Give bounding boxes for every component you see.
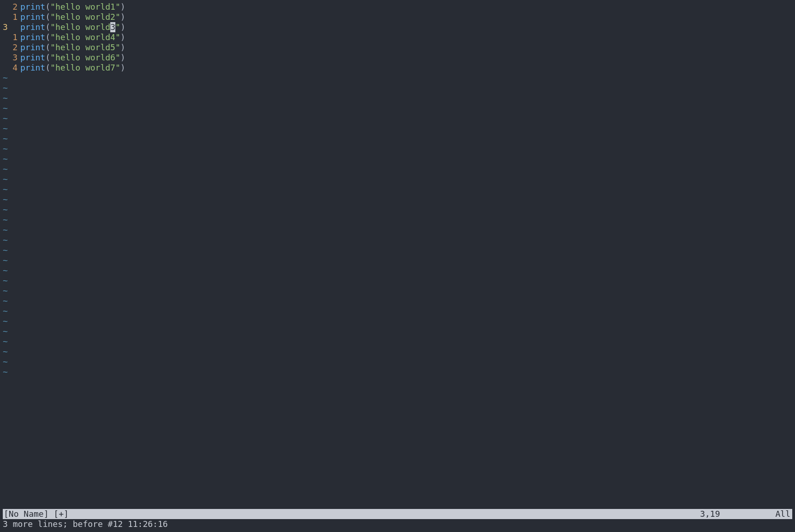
line-number: 3 — [0, 22, 20, 32]
code-text[interactable]: print("hello world4") — [20, 32, 795, 42]
empty-line-tilde: ~ — [0, 124, 795, 134]
line-number: 4 — [0, 63, 20, 73]
tilde-icon: ~ — [0, 113, 20, 124]
empty-line-tilde: ~ — [0, 164, 795, 174]
empty-line-tilde: ~ — [0, 134, 795, 144]
token-paren: ) — [120, 42, 126, 52]
command-line[interactable]: 3 more lines; before #12 11:26:16 — [3, 519, 792, 529]
tilde-icon: ~ — [0, 154, 20, 164]
line-number: 2 — [0, 42, 20, 53]
tilde-icon: ~ — [0, 134, 20, 144]
token-string-quote: " — [115, 12, 120, 22]
empty-line-tilde: ~ — [0, 144, 795, 154]
token-string-quote: " — [50, 53, 55, 62]
code-text[interactable]: print("hello world7") — [20, 63, 795, 73]
token-string-quote: " — [50, 2, 55, 12]
token-paren: ( — [45, 32, 50, 42]
tilde-icon: ~ — [0, 266, 20, 276]
empty-line-tilde: ~ — [0, 195, 795, 205]
tilde-icon: ~ — [0, 174, 20, 184]
empty-line-tilde: ~ — [0, 245, 795, 255]
token-string-quote: " — [115, 63, 120, 72]
empty-line-tilde: ~ — [0, 103, 795, 113]
token-func: print — [20, 42, 45, 52]
token-paren: ( — [45, 53, 50, 62]
tilde-icon: ~ — [0, 93, 20, 103]
tilde-icon: ~ — [0, 276, 20, 286]
token-string-quote: " — [115, 32, 120, 42]
empty-line-tilde: ~ — [0, 215, 795, 225]
editor-line[interactable]: 2print("hello world1") — [0, 2, 795, 12]
token-paren: ) — [120, 22, 126, 32]
tilde-icon: ~ — [0, 205, 20, 215]
tilde-icon: ~ — [0, 286, 20, 296]
tilde-icon: ~ — [0, 144, 20, 154]
editor-line[interactable]: 3print("hello world6") — [0, 53, 795, 63]
empty-line-tilde: ~ — [0, 276, 795, 286]
empty-line-tilde: ~ — [0, 73, 795, 83]
tilde-icon: ~ — [0, 164, 20, 174]
token-paren: ) — [120, 53, 126, 62]
token-string: hello world1 — [55, 2, 115, 12]
empty-line-tilde: ~ — [0, 337, 795, 347]
tilde-icon: ~ — [0, 255, 20, 266]
empty-line-tilde: ~ — [0, 225, 795, 235]
token-paren: ) — [120, 12, 126, 22]
tilde-icon: ~ — [0, 326, 20, 337]
editor-line[interactable]: 2print("hello world5") — [0, 42, 795, 53]
token-string: hello world2 — [55, 12, 115, 22]
status-bar: [No Name] [+] 3,19 All — [3, 509, 792, 519]
tilde-icon: ~ — [0, 124, 20, 134]
token-func: print — [20, 63, 45, 72]
empty-line-tilde: ~ — [0, 266, 795, 276]
empty-line-tilde: ~ — [0, 174, 795, 184]
empty-line-tilde: ~ — [0, 306, 795, 316]
empty-line-tilde: ~ — [0, 83, 795, 93]
token-string: hello world — [55, 22, 110, 32]
empty-line-tilde: ~ — [0, 154, 795, 164]
tilde-icon: ~ — [0, 103, 20, 113]
tilde-icon: ~ — [0, 245, 20, 255]
empty-line-tilde: ~ — [0, 184, 795, 195]
empty-line-tilde: ~ — [0, 357, 795, 367]
editor-buffer[interactable]: 2print("hello world1")1print("hello worl… — [0, 0, 795, 377]
tilde-icon: ~ — [0, 306, 20, 316]
line-number: 3 — [0, 53, 20, 63]
editor-line[interactable]: 1print("hello world4") — [0, 32, 795, 42]
code-text[interactable]: print("hello world1") — [20, 2, 795, 12]
empty-line-tilde: ~ — [0, 347, 795, 357]
token-func: print — [20, 22, 45, 32]
tilde-icon: ~ — [0, 195, 20, 205]
empty-line-tilde: ~ — [0, 205, 795, 215]
cursor: 3 — [110, 22, 115, 32]
token-string-quote: " — [115, 53, 120, 62]
token-string-quote: " — [115, 42, 120, 52]
token-paren: ( — [45, 63, 50, 72]
code-text[interactable]: print("hello world2") — [20, 12, 795, 22]
tilde-icon: ~ — [0, 296, 20, 306]
tilde-icon: ~ — [0, 347, 20, 357]
token-paren: ( — [45, 2, 50, 12]
token-func: print — [20, 53, 45, 62]
status-spacer — [69, 509, 700, 519]
empty-line-tilde: ~ — [0, 93, 795, 103]
token-paren: ) — [120, 63, 126, 72]
empty-line-tilde: ~ — [0, 316, 795, 326]
editor-line-current[interactable]: 3print("hello world3") — [0, 22, 795, 32]
tilde-icon: ~ — [0, 235, 20, 245]
tilde-icon: ~ — [0, 357, 20, 367]
tilde-icon: ~ — [0, 83, 20, 93]
token-paren: ) — [120, 2, 126, 12]
token-paren: ) — [120, 32, 126, 42]
token-string-quote: " — [50, 32, 55, 42]
empty-line-tilde: ~ — [0, 255, 795, 266]
token-paren: ( — [45, 42, 50, 52]
code-text[interactable]: print("hello world5") — [20, 42, 795, 53]
editor-line[interactable]: 4print("hello world7") — [0, 63, 795, 73]
empty-line-tilde: ~ — [0, 286, 795, 296]
code-text[interactable]: print("hello world3") — [20, 22, 795, 32]
token-string-quote: " — [115, 2, 120, 12]
editor-line[interactable]: 1print("hello world2") — [0, 12, 795, 22]
code-text[interactable]: print("hello world6") — [20, 53, 795, 63]
token-string-quote: " — [115, 22, 120, 32]
